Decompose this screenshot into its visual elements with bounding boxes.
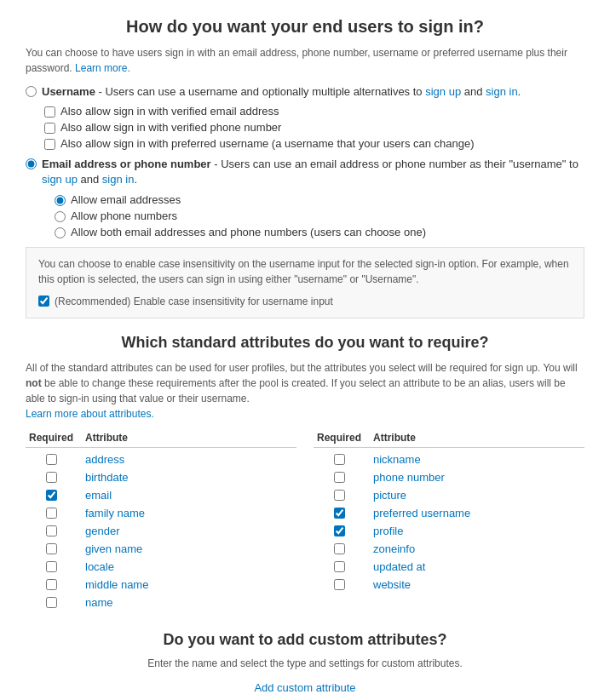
attr-name-label: locale [85,560,114,573]
attr-name-label: website [373,578,411,591]
username-radio[interactable] [26,86,37,97]
attr-name-label: address [85,453,124,466]
attr-name-label: email [85,489,112,502]
case-check-row: (Recommended) Enable case insensitivity … [38,294,572,309]
attr-required-checkbox[interactable] [46,543,57,554]
username-sub-options: Also allow sign in with verified email a… [44,105,584,150]
attr-name-label: phone number [373,471,445,484]
section2-title: Which standard attributes do you want to… [26,334,584,352]
attr-required-checkbox[interactable] [334,561,345,572]
username-label[interactable]: Username - Users can use a username and … [42,84,521,100]
email-phone-option-row: Email address or phone number - Users ca… [26,157,584,187]
learn-more-link[interactable]: Learn more. [75,62,130,74]
email-sub-options: Allow email addresses Allow phone number… [55,193,584,238]
col1-attribute-header: Attribute [85,432,128,444]
attr-col-2: Required Attribute nicknamephone numberp… [314,432,584,614]
sub-email-label[interactable]: Also allow sign in with verified email a… [60,105,279,118]
attr-required-checkbox[interactable] [46,561,57,572]
learn-more-attrs-link[interactable]: Learn more about attributes. [26,408,154,420]
sign-up-link2[interactable]: sign up [42,173,78,186]
allow-both-label[interactable]: Allow both email addresses and phone num… [71,226,426,238]
table-row: locale [26,560,296,573]
table-row: profile [314,525,584,537]
attr-required-checkbox[interactable] [46,508,57,519]
attr-required-checkbox[interactable] [46,525,57,536]
attr-required-checkbox[interactable] [334,454,345,465]
sub-preferred-row: Also allow sign in with preferred userna… [44,137,584,150]
table-row: birthdate [26,471,296,484]
attr-name-label: nickname [373,453,421,466]
table-row: family name [26,507,296,519]
section3-title: Do you want to add custom attributes? [26,631,584,649]
attr-name-label: picture [373,489,406,502]
allow-phone-radio[interactable] [55,211,66,222]
sub-email-row: Also allow sign in with verified email a… [44,105,584,118]
attr-col2-header: Required Attribute [314,432,584,448]
sub-preferred-checkbox[interactable] [44,139,55,150]
add-custom-attribute-button[interactable]: Add custom attribute [254,681,355,694]
table-row: email [26,489,296,502]
attr-required-checkbox[interactable] [334,472,345,483]
sign-in-link2[interactable]: sign in [102,173,135,186]
table-row: website [314,578,584,591]
attr-name-label: preferred username [373,507,470,519]
table-row: nickname [314,453,584,466]
table-row: given name [26,542,296,555]
case-insensitivity-box: You can choose to enable case insensitiv… [26,247,584,318]
col2-required-header: Required [314,432,365,444]
col1-required-header: Required [26,432,77,444]
attr-required-checkbox[interactable] [46,579,57,590]
case-check-label[interactable]: (Recommended) Enable case insensitivity … [55,294,333,309]
attr-required-checkbox[interactable] [334,579,345,590]
attr-name-label: gender [85,525,119,537]
attr-required-checkbox[interactable] [46,490,57,501]
allow-email-label[interactable]: Allow email addresses [71,193,181,206]
section1-title: How do you want your end users to sign i… [26,17,584,37]
allow-phone-row: Allow phone numbers [55,209,584,222]
table-row: address [26,453,296,466]
custom-attributes-section: Do you want to add custom attributes? En… [26,631,584,700]
case-text: You can choose to enable case insensitiv… [38,258,569,285]
sub-phone-checkbox[interactable] [44,123,55,134]
attributes-table: Required Attribute addressbirthdateemail… [26,432,584,614]
allow-email-radio[interactable] [55,195,66,206]
attr-required-checkbox[interactable] [46,454,57,465]
username-option-row: Username - Users can use a username and … [26,84,584,100]
attr-name-label: profile [373,525,403,537]
attr-col1-rows: addressbirthdateemailfamily namegendergi… [26,453,296,609]
one-link[interactable]: one [404,226,423,238]
attr-name-label: updated at [373,560,425,573]
attr-col1-header: Required Attribute [26,432,296,448]
sign-in-link1[interactable]: sign in [486,85,518,98]
sub-phone-row: Also allow sign in with verified phone n… [44,121,584,134]
email-phone-label[interactable]: Email address or phone number - Users ca… [42,157,584,187]
table-row: zoneinfo [314,542,584,555]
attr-required-checkbox[interactable] [334,508,345,519]
col2-attribute-header: Attribute [373,432,416,444]
table-row: picture [314,489,584,502]
attr-required-checkbox[interactable] [334,490,345,501]
case-insensitivity-checkbox[interactable] [38,295,49,307]
attr-required-checkbox[interactable] [46,472,57,483]
sub-phone-label[interactable]: Also allow sign in with verified phone n… [60,121,281,134]
attr-required-checkbox[interactable] [334,525,345,536]
attr-name-label: family name [85,507,145,519]
attr-name-label: birthdate [85,471,129,484]
sign-up-link1[interactable]: sign up [425,85,461,98]
attr-required-checkbox[interactable] [46,597,57,608]
sub-preferred-label[interactable]: Also allow sign in with preferred userna… [60,137,475,150]
table-row: gender [26,525,296,537]
allow-both-row: Allow both email addresses and phone num… [55,226,584,238]
table-row: name [26,596,296,609]
attr-name-label: middle name [85,578,148,591]
sub-email-checkbox[interactable] [44,106,55,118]
custom-attrs-desc: Enter the name and select the type and s… [26,657,584,669]
allow-both-radio[interactable] [55,227,66,238]
attr-name-label: zoneinfo [373,542,415,555]
table-row: preferred username [314,507,584,519]
email-phone-radio[interactable] [26,158,37,169]
attr-required-checkbox[interactable] [334,543,345,554]
allow-phone-label[interactable]: Allow phone numbers [71,209,177,222]
table-row: phone number [314,471,584,484]
table-row: updated at [314,560,584,573]
